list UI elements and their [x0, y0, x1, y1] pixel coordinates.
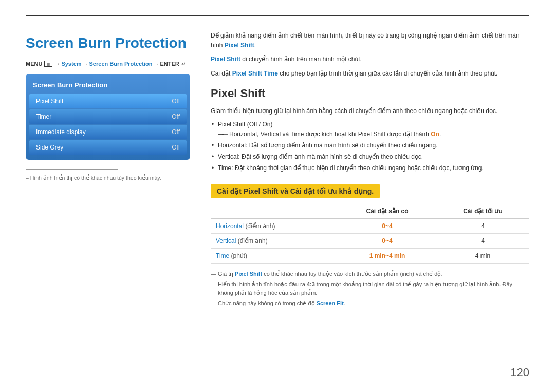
- sub-on: On: [431, 130, 439, 138]
- footnote-3-prefix: Chức năng này không có trong chế độ: [218, 300, 317, 306]
- table-cell-vertical-optimal: 4: [436, 233, 529, 248]
- sbp-item-side-grey[interactable]: Side Grey Off: [29, 140, 187, 155]
- bullet-horizontal-label: Horizontal: [218, 142, 246, 149]
- footnote-1-text: có thể khác nhau tùy thuộc vào kích thướ…: [262, 271, 442, 277]
- table-col3: Cài đặt tối ưu: [436, 204, 529, 218]
- footnote-2: Hiển thị hình ảnh tĩnh hoặc đầu ra 4:3 t…: [211, 280, 529, 297]
- table-cell-vertical-range: 0~4: [338, 233, 436, 248]
- intro-text-1: Để giảm khả năng điểm ảnh chết trên màn …: [211, 31, 529, 50]
- page-container: Screen Burn Protection MENU ||| → System…: [0, 0, 555, 392]
- bullet-time-label: Time: [218, 164, 231, 172]
- arrow2: →: [83, 61, 88, 67]
- highlight-box: Cài đặt Pixel Shift và Cài đặt tối ưu kh…: [211, 184, 380, 198]
- sbp-item-label-timer: Timer: [36, 113, 51, 120]
- table-col1: [211, 204, 338, 218]
- intro-pixel-shift-1: Pixel Shift: [225, 42, 254, 49]
- bullet-vertical-text: : Đặt số lượng điểm ảnh mà màn hình sẽ d…: [238, 153, 423, 160]
- footnote-2-text1: Hiển thị hình ảnh tĩnh hoặc đầu ra: [218, 281, 307, 287]
- bullet-horizontal-text: : Đặt số lượng điểm ảnh mà màn hình sẽ d…: [246, 142, 438, 149]
- sbp-item-label-side-grey: Side Grey: [36, 144, 63, 151]
- table-col2: Cài đặt sẵn có: [338, 204, 436, 218]
- bullet-pixel-shift-text: (Off / On): [245, 121, 272, 128]
- bullet-item-time: Time: Đặt khoảng thời gian để thực hiện …: [211, 163, 529, 174]
- page-title: Screen Burn Protection: [26, 35, 190, 51]
- sbp-item-immediate[interactable]: Immediate display Off: [29, 125, 187, 139]
- bullet-vertical-label: Vertical: [218, 153, 238, 160]
- table-cell-horizontal-range: 0~4: [338, 218, 436, 234]
- top-border: [26, 15, 529, 16]
- intro-text-3: Cài đặt Pixel Shift Time cho phép bạn lậ…: [211, 69, 529, 79]
- sub-time: Time: [290, 130, 304, 138]
- arrow3: →: [153, 61, 159, 67]
- horizontal-label: Horizontal: [216, 222, 244, 230]
- data-table: Cài đặt sẵn có Cài đặt tối ưu Horizontal…: [211, 204, 529, 264]
- horizontal-unit: (điểm ảnh): [245, 222, 275, 230]
- pixel-shift-description: Giảm thiểu hiện tượng giữ lại hình ảnh b…: [211, 106, 529, 117]
- intro-pixel-shift-2: Pixel Shift: [211, 55, 240, 63]
- table-cell-time-optimal: 4 min: [436, 248, 529, 263]
- sbp-item-value-immediate: Off: [172, 128, 180, 136]
- table-row-time: Time (phút) 1 min~4 min 4 min: [211, 248, 529, 263]
- right-column: Để giảm khả năng điểm ảnh chết trên màn …: [211, 31, 529, 310]
- bullet-item-horizontal: Horizontal: Đặt số lượng điểm ảnh mà màn…: [211, 141, 529, 151]
- intro-pixel-shift-time: Pixel Shift Time: [232, 70, 278, 77]
- sbp-item-value-side-grey: Off: [172, 144, 180, 151]
- footnote-1-pixel-shift: Pixel Shift: [235, 271, 262, 277]
- footnotes: Giá trị Pixel Shift có thể khác nhau tùy…: [211, 270, 529, 308]
- footnote-2-43: 4:3: [307, 281, 315, 287]
- menu-label: MENU: [26, 61, 42, 67]
- pixel-shift-title: Pixel Shift: [211, 87, 529, 100]
- content-layout: Screen Burn Protection MENU ||| → System…: [26, 31, 529, 310]
- time-label: Time: [216, 252, 229, 259]
- sbp-item-value-timer: Off: [172, 113, 180, 120]
- footnote-3-period: .: [344, 300, 345, 306]
- table-cell-vertical-label: Vertical (điểm ảnh): [211, 233, 338, 248]
- menu-icon: |||: [44, 61, 52, 67]
- sbp-item-pixel-shift[interactable]: Pixel Shift Off: [29, 94, 187, 108]
- sbp-box-title: Screen Burn Protection: [26, 79, 190, 93]
- bullet-sub-horizontal: — Horizontal, Vertical và Time được kích…: [218, 129, 529, 140]
- sbp-item-value-pixel-shift: Off: [172, 98, 180, 105]
- left-note: – Hình ảnh hiển thị có thể khác nhau tùy…: [26, 175, 190, 181]
- enter-icon: ↵: [181, 61, 186, 67]
- table-cell-horizontal-optimal: 4: [436, 218, 529, 234]
- sbp-item-label-immediate: Immediate display: [36, 128, 86, 136]
- intro-line1: Để giảm khả năng điểm ảnh chết trên màn …: [211, 32, 520, 49]
- arrow1: →: [54, 61, 60, 67]
- footnote-1: Giá trị Pixel Shift có thể khác nhau tùy…: [211, 270, 529, 278]
- left-column: Screen Burn Protection MENU ||| → System…: [26, 31, 190, 310]
- menu-system: System: [61, 61, 81, 67]
- bullet-list: Pixel Shift (Off / On) — Horizontal, Ver…: [211, 120, 529, 174]
- vertical-unit: (điểm ảnh): [238, 237, 268, 245]
- time-unit: (phút): [231, 252, 247, 259]
- intro-period: .: [254, 42, 256, 49]
- sub-horizontal: Horizontal: [229, 130, 257, 138]
- bullet-time-text: : Đặt khoảng thời gian để thực hiện di c…: [231, 164, 484, 172]
- sub-vertical: Vertical: [261, 130, 281, 138]
- intro-text-2: Pixel Shift di chuyển hình ảnh trên màn …: [211, 54, 529, 64]
- bullet-pixel-shift-label: Pixel Shift: [218, 121, 245, 128]
- table-cell-time-label: Time (phút): [211, 248, 338, 263]
- menu-enter: ENTER: [160, 61, 179, 67]
- table-cell-horizontal-label: Horizontal (điểm ảnh): [211, 218, 338, 234]
- bullet-item-pixel-shift: Pixel Shift (Off / On) — Horizontal, Ver…: [211, 120, 529, 140]
- sbp-item-label-pixel-shift: Pixel Shift: [36, 98, 63, 105]
- table-row-vertical: Vertical (điểm ảnh) 0~4 4: [211, 233, 529, 248]
- menu-path: MENU ||| → System → Screen Burn Protecti…: [26, 61, 190, 67]
- sbp-box: Screen Burn Protection Pixel Shift Off T…: [26, 74, 190, 160]
- vertical-label: Vertical: [216, 237, 236, 245]
- bullet-item-vertical: Vertical: Đặt số lượng điểm ảnh mà màn h…: [211, 152, 529, 162]
- sbp-item-timer[interactable]: Timer Off: [29, 109, 187, 124]
- menu-screen-burn: Screen Burn Protection: [89, 61, 153, 67]
- footnote-3-screen-fit: Screen Fit: [317, 300, 344, 306]
- page-number: 120: [510, 366, 529, 379]
- footnote-3: Chức năng này không có trong chế độ Scre…: [211, 299, 529, 308]
- footnote-1-prefix: Giá trị: [218, 271, 235, 277]
- intro-line3: cho phép bạn lập trình thời gian giữa cá…: [278, 70, 498, 77]
- intro-line2: di chuyển hình ảnh trên màn hình một chú…: [240, 55, 362, 63]
- table-row-horizontal: Horizontal (điểm ảnh) 0~4 4: [211, 218, 529, 234]
- divider-line: [26, 169, 118, 170]
- intro-cai-dat: Cài đặt: [211, 70, 232, 77]
- sub-pixel-shift: Pixel Shift: [358, 130, 385, 138]
- table-cell-time-range: 1 min~4 min: [338, 248, 436, 263]
